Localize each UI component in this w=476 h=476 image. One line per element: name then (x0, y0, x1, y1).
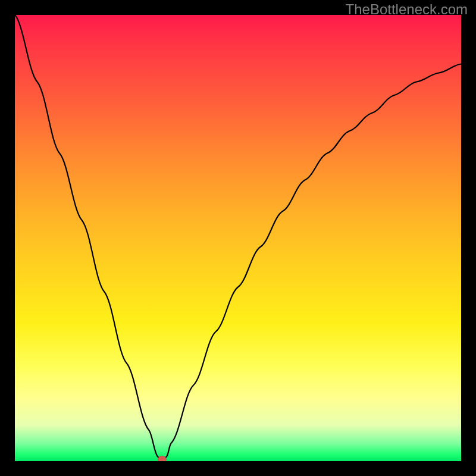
watermark-text: TheBottleneck.com (346, 1, 468, 18)
chart-plot-area (15, 15, 461, 461)
minimum-marker (158, 456, 167, 462)
bottleneck-curve (15, 15, 461, 461)
